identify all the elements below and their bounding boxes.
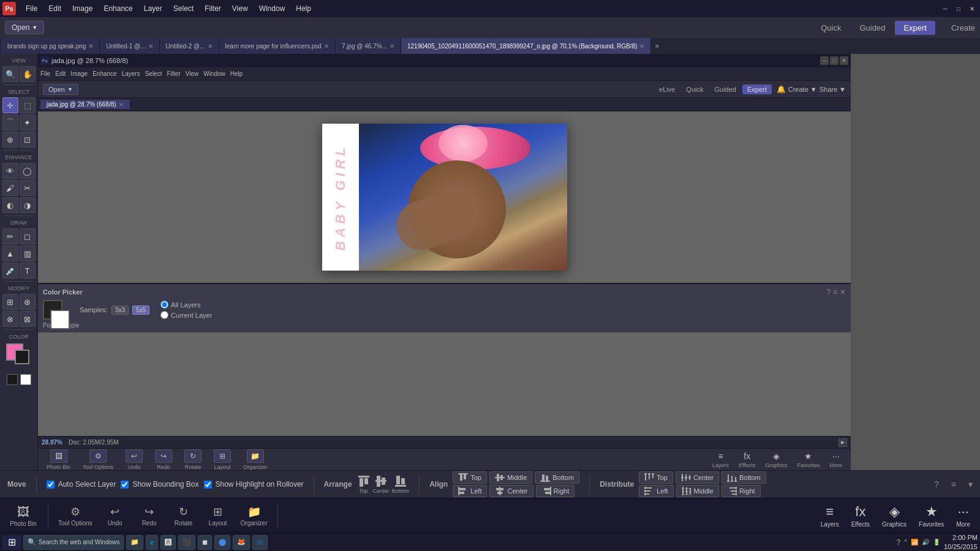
marquee-tool[interactable]: ⬚ [20, 97, 36, 113]
inner-menu-help[interactable]: Help [230, 70, 243, 77]
inner-favorites-panel-button[interactable]: ★ Favorites [793, 450, 823, 470]
swap-colors-icon[interactable] [7, 374, 18, 385]
taskbar-favorites-button[interactable]: ★ Favorites [914, 501, 949, 530]
sample-5x5-button[interactable]: 5x5 [132, 305, 149, 315]
tab-close-1[interactable]: ✕ [148, 43, 153, 50]
menu-edit[interactable]: Edit [43, 3, 66, 14]
systray-question-icon[interactable]: ? [897, 538, 901, 547]
pattern-tool[interactable]: ⊠ [20, 311, 36, 327]
taskbar-firefox[interactable]: 🦊 [233, 535, 250, 550]
doc-tab-1[interactable]: Untitled-1 @... ✕ [100, 38, 159, 54]
tabs-overflow-button[interactable]: » [651, 40, 663, 51]
taskbar-tool-options-button[interactable]: ⚙ Tool Options [55, 503, 96, 529]
options-help-icon[interactable]: ? [934, 479, 939, 489]
inner-more-panel-button[interactable]: ··· More [826, 450, 846, 470]
inner-tab-elive[interactable]: eLive [654, 84, 680, 94]
paint-bucket-tool[interactable]: ▲ [2, 246, 18, 261]
inner-menu-image[interactable]: Image [70, 70, 88, 77]
menu-view[interactable]: View [227, 3, 253, 14]
default-colors-icon[interactable] [20, 374, 31, 385]
inner-notification-icon[interactable]: 🔔 [777, 85, 786, 94]
close-button[interactable]: ✕ [967, 3, 978, 14]
inner-redo-button[interactable]: ↪ Redo [151, 448, 176, 471]
inner-rotate-button[interactable]: ↻ Rotate [181, 448, 205, 471]
magic-wand-tool[interactable]: ✦ [20, 114, 36, 130]
dist-middle-button[interactable]: Middle [676, 485, 719, 497]
background-color[interactable] [15, 350, 29, 364]
inner-graphics-panel-button[interactable]: ◈ Graphics [761, 450, 791, 470]
inner-undo-button[interactable]: ↩ Undo [122, 448, 146, 471]
dist-bottom-button[interactable]: Bottom [722, 471, 766, 484]
taskbar-app2[interactable]: ◼ [198, 535, 212, 550]
eye-tool[interactable]: 👁 [2, 163, 18, 179]
quick-select-tool[interactable]: ⊕ [2, 132, 18, 148]
taskbar-amazon[interactable]: 🅰 [160, 535, 176, 550]
align-bottom-button[interactable]: Bottom [535, 471, 579, 484]
color-picker-help[interactable]: ? [826, 288, 831, 296]
tab-close-0[interactable]: ✕ [88, 43, 93, 50]
bg-color-swatch[interactable] [50, 310, 70, 329]
pencil-tool[interactable]: ✏ [2, 228, 18, 244]
inner-photo-bin-button[interactable]: 🖼 Photo Bin [43, 448, 74, 471]
tab-guided[interactable]: Guided [851, 21, 894, 35]
spot-heal-tool[interactable]: ◯ [20, 163, 36, 179]
eyedropper-tool[interactable]: 💉 [2, 263, 18, 279]
doc-tab-2[interactable]: Untitled-2 @... ✕ [160, 38, 219, 54]
inner-menu-filter[interactable]: Filter [167, 70, 180, 77]
arrange-center-button[interactable]: Center [373, 474, 390, 494]
taskbar-graphics-button[interactable]: ◈ Graphics [877, 501, 911, 530]
create-button[interactable]: Create [951, 23, 975, 32]
inner-tab-expert[interactable]: Expert [742, 84, 772, 94]
menu-image[interactable]: Image [67, 3, 97, 14]
color-picker-close[interactable]: ✕ [840, 288, 846, 296]
dist-right-button[interactable]: Right [722, 485, 761, 497]
inner-share-button[interactable]: Share ▼ [820, 86, 846, 93]
inner-minimize-button[interactable]: ─ [820, 56, 829, 65]
menu-enhance[interactable]: Enhance [99, 3, 137, 14]
systray-up-arrow[interactable]: ^ [904, 539, 907, 545]
maximize-button[interactable]: □ [953, 3, 964, 14]
inner-menu-window[interactable]: Window [203, 70, 225, 77]
taskbar-organizer-button[interactable]: 📁 Organizer [237, 503, 271, 529]
inner-layers-panel-button[interactable]: ≡ Layers [709, 450, 733, 470]
zoom-tool[interactable]: 🔍 [2, 66, 18, 82]
sponge-tool[interactable]: ◑ [20, 197, 36, 213]
systray-volume-icon[interactable]: 🔊 [922, 539, 929, 545]
tab-quick[interactable]: Quick [812, 21, 850, 35]
crop-tool[interactable]: ⊡ [20, 132, 36, 148]
inner-menu-layers[interactable]: Layers [122, 70, 140, 77]
menu-help[interactable]: Help [291, 3, 316, 14]
smudge-tool[interactable]: ⊗ [2, 311, 18, 327]
systray-battery-icon[interactable]: 🔋 [933, 539, 940, 545]
inner-layout-button[interactable]: ⊞ Layout [210, 448, 235, 471]
auto-select-layer-checkbox[interactable]: Auto Select Layer [47, 480, 116, 489]
inner-maximize-button[interactable]: □ [830, 56, 839, 65]
doc-tab-5[interactable]: 12190405_10204911600051470_1898999247_o.… [401, 38, 651, 54]
inner-doc-tab-close[interactable]: ✕ [119, 102, 124, 108]
inner-status-arrow[interactable]: ▶ [839, 438, 847, 447]
inner-tool-options-button[interactable]: ⚙ Tool Options [79, 448, 117, 471]
align-center-button[interactable]: Center [489, 485, 533, 497]
align-middle-button[interactable]: Middle [489, 471, 532, 484]
arrange-top-button[interactable]: Top [357, 474, 371, 494]
brush-tool[interactable]: 🖌 [2, 180, 18, 196]
taskbar-layers-button[interactable]: ≡ Layers [816, 501, 844, 530]
inner-menu-select[interactable]: Select [145, 70, 162, 77]
taskbar-word[interactable]: W [252, 535, 267, 550]
taskbar-effects-button[interactable]: fx Effects [846, 501, 875, 530]
options-menu-icon[interactable]: ≡ [951, 479, 956, 489]
color-picker-menu[interactable]: ≡ [833, 288, 837, 296]
show-bounding-box-checkbox[interactable]: Show Bounding Box [121, 480, 198, 489]
tab-close-5[interactable]: ✕ [639, 43, 644, 50]
open-dropdown-arrow[interactable]: ▼ [32, 24, 37, 31]
inner-effects-panel-button[interactable]: fx Effects [735, 450, 759, 470]
dist-top-button[interactable]: Top [639, 471, 673, 484]
warp-tool[interactable]: ⊛ [20, 294, 36, 310]
taskbar-search[interactable]: 🔍 Search the web and Windows [23, 535, 124, 550]
doc-tab-3[interactable]: learn more page for influencers.psd ✕ [219, 38, 336, 54]
menu-select[interactable]: Select [168, 3, 198, 14]
inner-menu-enhance[interactable]: Enhance [92, 70, 116, 77]
align-left-button[interactable]: Left [453, 485, 487, 497]
inner-organizer-button[interactable]: 📁 Organizer [239, 448, 271, 471]
systray-wifi-icon[interactable]: 📶 [911, 539, 918, 545]
